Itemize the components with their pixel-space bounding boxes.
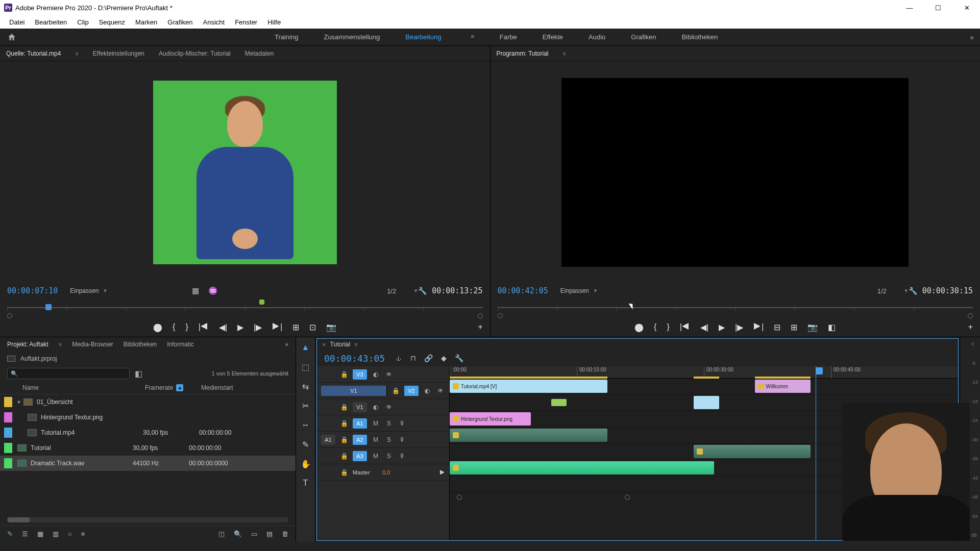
source-tab-metadaten[interactable]: Metadaten	[245, 50, 274, 57]
step-back-icon[interactable]: ◀|	[700, 322, 708, 332]
menu-clip[interactable]: Clip	[72, 18, 93, 26]
zoom-slider[interactable]: ○	[68, 530, 72, 538]
project-item[interactable]: Tutorial30,00 fps00:00:00:00	[0, 440, 296, 456]
track-master[interactable]: 🔒 Master 0,0 ⯈	[317, 464, 449, 481]
project-tab-bib[interactable]: Bibliotheken	[124, 341, 157, 348]
clip-image[interactable]: Hintergrund Textur.png	[450, 412, 531, 425]
add-button-icon[interactable]: +	[968, 322, 973, 332]
source-tab-audio[interactable]: Audioclip-Mischer: Tutorial	[159, 50, 231, 57]
list-view-icon[interactable]: ☰	[22, 530, 28, 538]
new-bin-icon[interactable]: ▭	[251, 530, 257, 538]
razor-tool-icon[interactable]: ✂	[300, 399, 312, 412]
source-tab-effekt[interactable]: Effekteinstellungen	[93, 50, 144, 57]
play-icon[interactable]: ▶	[719, 322, 725, 332]
lock-icon[interactable]: 🔒	[339, 435, 349, 444]
menu-marken[interactable]: Marken	[130, 18, 162, 26]
mark-in-icon[interactable]: {	[173, 322, 175, 332]
automate-icon[interactable]: ◫	[218, 530, 225, 538]
project-item[interactable]: Tutorial.mp430,00 fps00:00:00:00	[0, 425, 296, 440]
pen-icon[interactable]: ✎	[7, 530, 13, 538]
compare-icon[interactable]: ◧	[828, 322, 836, 332]
program-scrubber[interactable]	[498, 298, 973, 317]
col-name[interactable]: Name	[22, 384, 145, 391]
source-resolution[interactable]: 1/2	[387, 287, 396, 295]
col-framerate[interactable]: Framerate▲	[145, 384, 201, 391]
eye-icon[interactable]: 👁	[384, 370, 394, 379]
solo-button[interactable]: S	[384, 419, 394, 428]
solo-button[interactable]: S	[384, 452, 394, 461]
timeline-ruler[interactable]: :00:00 00:00:15:00 00:00:30:00 00:00:45:…	[450, 366, 958, 379]
go-out-icon[interactable]: ⯈|	[272, 322, 282, 332]
program-resolution[interactable]: 1/2	[877, 287, 887, 295]
menu-sequenz[interactable]: Sequenz	[94, 18, 130, 26]
tab-menu-icon[interactable]: ≡	[354, 341, 357, 347]
source-v1[interactable]: V1	[321, 386, 387, 396]
program-fit-dropdown[interactable]: Einpassen	[560, 287, 589, 294]
icon-view-icon[interactable]: ▦	[37, 530, 43, 538]
go-out-icon[interactable]: ⯈|	[753, 322, 764, 332]
clip-audio[interactable]	[694, 445, 811, 458]
track-a1[interactable]: 🔒 A1 M S 🎙	[317, 415, 449, 432]
toggle-icon[interactable]: ◐	[423, 386, 432, 395]
clip-video[interactable]	[694, 396, 719, 409]
go-in-icon[interactable]: |⯇	[680, 322, 690, 332]
source-monitor[interactable]	[0, 61, 490, 284]
mic-icon[interactable]: 🎙	[398, 435, 407, 444]
marker-icon[interactable]: ⬤	[153, 322, 162, 332]
insert-icon[interactable]: ⊞	[292, 322, 299, 332]
project-search-input[interactable]: 🔍	[7, 368, 130, 379]
chevron-down-icon[interactable]: ▼	[593, 288, 598, 293]
lift-icon[interactable]: ⊟	[774, 322, 780, 332]
snapshot-icon[interactable]: 📷	[807, 322, 818, 332]
marker-add-icon[interactable]: ◆	[441, 354, 447, 362]
freeform-view-icon[interactable]: ▥	[53, 530, 59, 538]
project-item[interactable]: ▾01_Übersicht	[0, 394, 296, 410]
sort-arrow-icon[interactable]: ▲	[176, 384, 183, 391]
toggle-icon[interactable]: ◐	[371, 370, 380, 379]
menu-bearbeiten[interactable]: Bearbeiten	[30, 18, 72, 26]
mic-icon[interactable]: 🎙	[398, 419, 407, 428]
source-playhead[interactable]	[45, 304, 52, 310]
marker-icon[interactable]: ⬤	[634, 322, 644, 332]
linked-icon[interactable]: 🔗	[424, 354, 433, 362]
project-item[interactable]: Dramatic Track.wav44100 Hz00:00:00:0000	[0, 456, 296, 471]
source-tab-quelle[interactable]: Quelle: Tutorial.mp4	[6, 50, 61, 57]
menu-grafiken[interactable]: Grafiken	[162, 18, 198, 26]
eye-icon[interactable]: 👁	[384, 403, 394, 412]
hand-tool-icon[interactable]: ✋	[300, 458, 312, 470]
drag-video-icon[interactable]: ▦	[192, 286, 199, 295]
mute-button[interactable]: M	[371, 435, 380, 444]
menu-ansicht[interactable]: Ansicht	[198, 18, 230, 26]
track-select-tool-icon[interactable]: ⬚	[300, 361, 312, 373]
lock-icon[interactable]: 🔒	[339, 403, 349, 412]
workspace-zusammenstellung[interactable]: Zusammenstellung	[324, 33, 380, 41]
tab-menu-icon[interactable]: ≡	[59, 341, 62, 347]
workspace-bibliotheken[interactable]: Bibliotheken	[681, 33, 718, 41]
mic-icon[interactable]: 🎙	[398, 452, 407, 461]
clip-video[interactable]: Tutorial.mp4 [V]	[450, 380, 607, 393]
project-item[interactable]: Hintergrund Textur.png	[0, 410, 296, 425]
close-button[interactable]: ✕	[958, 4, 976, 12]
settings-icon[interactable]: 🔧	[455, 354, 463, 362]
minimize-button[interactable]: —	[900, 4, 919, 12]
chevron-down-icon[interactable]: ▼	[103, 288, 107, 293]
expand-icon[interactable]: ⯈	[439, 469, 445, 475]
new-item-icon[interactable]: ▤	[266, 530, 273, 538]
project-tab-info[interactable]: Informatic	[167, 341, 194, 348]
source-scrubber[interactable]	[7, 298, 483, 317]
overwrite-icon[interactable]: ⊡	[309, 322, 316, 332]
find-icon[interactable]: 🔍	[234, 530, 242, 538]
workspace-farbe[interactable]: Farbe	[500, 33, 517, 41]
track-a3[interactable]: 🔒 A3 M S 🎙	[317, 448, 449, 464]
menu-datei[interactable]: Datei	[4, 18, 30, 26]
timeline-timecode[interactable]: 00:00:43:05	[324, 353, 385, 364]
eye-icon[interactable]: 👁	[436, 386, 445, 395]
mute-button[interactable]: M	[371, 419, 380, 428]
snap-icon[interactable]: ⫝	[395, 354, 402, 362]
lock-icon[interactable]: 🔒	[339, 452, 349, 461]
menu-hilfe[interactable]: Hilfe	[262, 18, 286, 26]
chevron-down-icon[interactable]: ▼	[413, 288, 418, 293]
timeline-title[interactable]: Tutorial	[330, 341, 351, 348]
source-timecode[interactable]: 00:00:07:10	[7, 286, 58, 295]
step-back-icon[interactable]: ◀|	[219, 322, 227, 332]
